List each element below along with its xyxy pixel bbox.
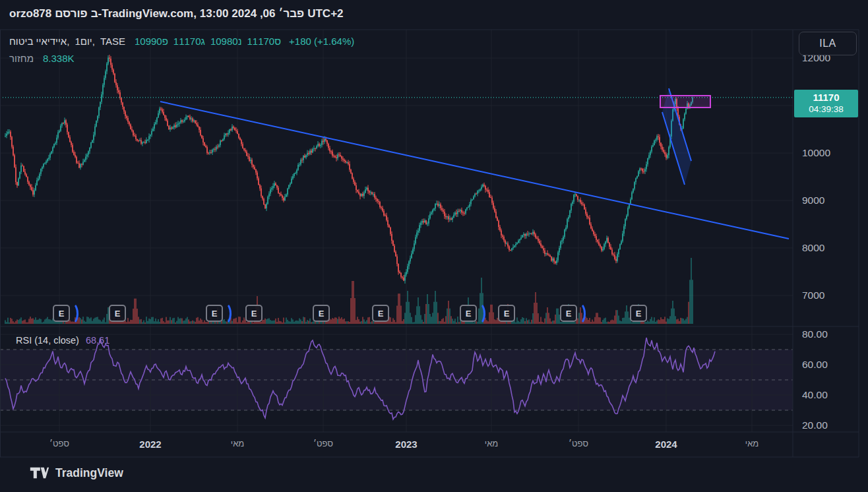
- time-axis-label: ספט׳: [313, 439, 333, 448]
- earnings-marker[interactable]: E: [53, 305, 70, 322]
- symbol-title: איידיאיי ביטוח,: [9, 36, 69, 47]
- earnings-marker[interactable]: E: [498, 305, 515, 322]
- bar-countdown: 04:39:38: [809, 104, 844, 115]
- symbol-interval: 1יום,: [75, 36, 94, 47]
- legend-open: פ10990: [135, 36, 168, 47]
- price-axis-label: 10000: [802, 147, 830, 159]
- symbol-exchange: TASE: [100, 36, 125, 47]
- earnings-marker[interactable]: E: [245, 305, 263, 322]
- earnings-marker[interactable]: E: [109, 305, 126, 322]
- rsi-axis-label: 40.00: [802, 389, 828, 401]
- last-price: 11170: [813, 92, 839, 104]
- symbol-badge[interactable]: ILA: [799, 32, 857, 55]
- earnings-marker[interactable]: E: [630, 305, 647, 322]
- earnings-icon: E: [313, 305, 330, 322]
- time-axis-label: 2022: [139, 439, 161, 450]
- time-axis-label: מאי: [231, 439, 244, 448]
- time-axis-label: 2023: [395, 439, 417, 450]
- earnings-arc-icon: [572, 302, 586, 325]
- price-axis-label: 9000: [802, 195, 824, 206]
- earnings-arc-icon: [218, 302, 232, 325]
- earnings-icon: E: [109, 305, 126, 322]
- price-axis-label: 7000: [802, 290, 824, 301]
- earnings-marker[interactable]: E: [206, 305, 223, 322]
- time-axis-label: מאי: [745, 439, 759, 448]
- legend-low: נ10980: [210, 36, 242, 47]
- legend-change: +180 (+1.64%): [289, 36, 354, 47]
- tradingview-logo-text: TradingView: [55, 466, 123, 480]
- earnings-icon: E: [630, 305, 647, 322]
- price-axis-label: 8000: [802, 242, 824, 254]
- legend-high: ג11170: [173, 36, 205, 47]
- earnings-icon: E: [245, 305, 263, 322]
- tradingview-logo-icon: [30, 465, 49, 481]
- earnings-marker[interactable]: E: [460, 305, 477, 322]
- rsi-label: RSI (14, close): [16, 335, 79, 346]
- volume-label: מחזור: [9, 53, 34, 64]
- chart-canvas[interactable]: [0, 0, 868, 492]
- earnings-marker[interactable]: E: [372, 305, 389, 322]
- earnings-marker[interactable]: E: [560, 305, 577, 322]
- time-axis-label: ספט׳: [49, 439, 69, 448]
- last-price-badge: 11170 04:39:38: [794, 90, 858, 117]
- time-axis-label: 2024: [655, 439, 677, 450]
- legend-close: ס11170: [247, 36, 281, 47]
- earnings-icon: E: [372, 305, 389, 322]
- footer-brand[interactable]: TradingView: [30, 465, 123, 481]
- rsi-axis-label: 80.00: [802, 328, 828, 340]
- rsi-axis-label: 60.00: [802, 359, 828, 371]
- earnings-icon: E: [498, 305, 515, 322]
- rsi-legend: RSI (14, close) 68.61: [16, 335, 109, 346]
- volume-value: 8.338K: [43, 53, 75, 64]
- earnings-marker[interactable]: E: [313, 305, 330, 322]
- time-axis-label: מאי: [485, 439, 498, 448]
- earnings-arc-icon: [472, 302, 485, 325]
- symbol-badge-label: ILA: [819, 38, 836, 49]
- time-axis-label: ספט׳: [569, 439, 588, 448]
- rsi-axis-label: 20.00: [802, 419, 828, 431]
- volume-row: מחזור 8.338K: [9, 53, 74, 64]
- tradingview-snapshot: orzo878פורסםב-TradingView.com,13:002024 …: [0, 0, 868, 492]
- earnings-arc-icon: [65, 302, 78, 325]
- legend-row: איידיאיי ביטוח, 1יום, TASE פ10990 ג11170…: [9, 36, 354, 47]
- rsi-value: 68.61: [86, 335, 109, 346]
